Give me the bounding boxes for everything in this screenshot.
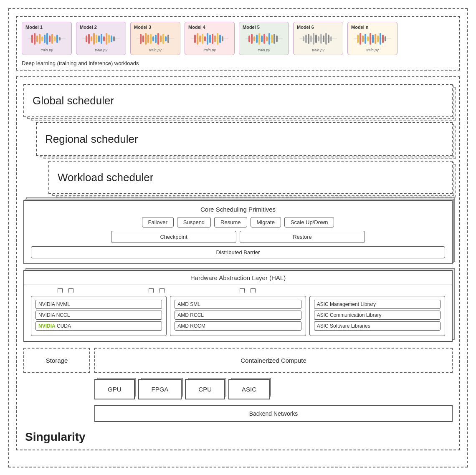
svg-rect-5 [41, 36, 43, 41]
svg-rect-57 [258, 33, 260, 45]
model-1-waveform [28, 31, 66, 46]
hal-connectors-row [24, 285, 452, 293]
storage-box: Storage [23, 348, 90, 373]
svg-rect-40 [194, 35, 196, 43]
model-5-waveform [245, 31, 283, 46]
svg-rect-8 [49, 35, 51, 42]
outer-container: Model 1 train.py [8, 8, 468, 467]
svg-rect-85 [372, 35, 374, 43]
svg-rect-83 [367, 36, 369, 41]
svg-rect-35 [160, 35, 162, 42]
svg-rect-73 [320, 34, 322, 44]
model-5-script: train.py [258, 48, 270, 52]
svg-rect-77 [330, 36, 332, 41]
svg-rect-62 [271, 35, 273, 43]
svg-rect-12 [59, 37, 61, 40]
svg-rect-44 [204, 36, 206, 41]
svg-rect-61 [268, 33, 270, 45]
checkpoint-box: Checkpoint [111, 231, 236, 243]
asic-sw: ASIC Software Libraries [314, 321, 441, 331]
model-2-script: train.py [95, 48, 107, 52]
svg-rect-22 [106, 33, 107, 45]
svg-rect-48 [214, 35, 216, 42]
svg-rect-1 [31, 35, 33, 43]
svg-rect-56 [256, 35, 258, 43]
model-4-card: Model 4 train.py [185, 22, 235, 55]
model-6-script: train.py [312, 48, 324, 52]
svg-rect-68 [308, 34, 309, 44]
storage-compute-row: Storage Containerized Compute [23, 348, 453, 373]
cpu-box: CPU [185, 379, 225, 399]
svg-rect-67 [305, 35, 307, 43]
hal-connector-1 [58, 288, 63, 293]
hal-connectors-left [58, 288, 73, 293]
workloads-label: Deep learning (training and inference) w… [22, 60, 454, 66]
svg-rect-24 [111, 35, 112, 42]
svg-rect-82 [365, 34, 366, 44]
model-2-card: Model 2 train.py [76, 22, 126, 55]
svg-rect-36 [162, 34, 164, 44]
nvidia-nccl: NVIDIA NCCL [35, 311, 162, 320]
hal-connector-6 [251, 288, 256, 293]
model-4-script: train.py [203, 48, 216, 52]
workload-scheduler-label: Workload scheduler [58, 171, 153, 184]
svg-rect-50 [219, 35, 221, 43]
svg-rect-43 [202, 34, 203, 44]
svg-rect-84 [370, 33, 371, 45]
global-scheduler-label: Global scheduler [33, 94, 114, 107]
restore-box: Restore [240, 231, 365, 243]
svg-rect-41 [197, 33, 198, 45]
hal-connector-4 [160, 288, 165, 293]
svg-rect-53 [248, 35, 250, 42]
svg-rect-88 [380, 33, 381, 45]
svg-rect-11 [56, 35, 58, 43]
svg-rect-63 [273, 34, 275, 44]
svg-rect-60 [266, 36, 268, 41]
migrate-btn: Migrate [251, 217, 281, 227]
svg-rect-2 [34, 33, 35, 45]
svg-rect-90 [385, 36, 386, 41]
nvidia-highlight: NVIDIA [38, 323, 56, 329]
svg-rect-21 [103, 36, 105, 41]
hal-libraries: NVIDIA NVML NVIDIA NCCL NVIDIA CUDA AMD … [24, 293, 452, 341]
svg-rect-59 [263, 34, 265, 44]
model-n-script: train.py [366, 48, 379, 52]
suspend-btn: Suspend [177, 217, 211, 227]
regional-scheduler-label: Regional scheduler [45, 133, 138, 146]
nvidia-lib-box: NVIDIA NVML NVIDIA NCCL NVIDIA CUDA [31, 296, 167, 336]
workload-scheduler-group: Workload scheduler [48, 161, 453, 194]
regional-scheduler-group: Regional scheduler [36, 122, 453, 156]
svg-rect-47 [212, 34, 213, 44]
model-3-waveform [137, 31, 174, 46]
asic-mgmt: ASIC Management Library [314, 300, 441, 309]
model-n-title: Model n [351, 25, 369, 30]
svg-rect-45 [207, 33, 208, 45]
model-3-script: train.py [149, 48, 162, 52]
svg-rect-87 [377, 35, 379, 42]
nvidia-cuda: NVIDIA CUDA [35, 321, 162, 331]
model-6-waveform [299, 31, 337, 46]
model-5-title: Model 5 [243, 25, 260, 30]
model-2-waveform [82, 31, 120, 46]
regional-sched-main: Regional scheduler [36, 122, 453, 156]
svg-rect-49 [217, 33, 218, 45]
amd-sml: AMD SML [175, 300, 301, 309]
hardware-row: GPU FPGA CPU ASIC [23, 379, 453, 399]
asic-comm: ASIC Communication Library [314, 311, 441, 320]
svg-rect-37 [165, 36, 167, 41]
model-1-title: Model 1 [25, 25, 43, 30]
svg-rect-38 [167, 35, 169, 43]
svg-rect-27 [140, 34, 142, 44]
svg-rect-89 [382, 35, 384, 43]
singularity-label: Singularity [25, 430, 86, 444]
svg-rect-28 [142, 35, 144, 42]
core-scheduling-wrapper: Core Scheduling Primitives Failover Susp… [23, 200, 453, 264]
hal-title: Hardware Abstraction Layer (HAL) [24, 271, 452, 285]
svg-rect-17 [93, 33, 95, 45]
svg-rect-70 [313, 33, 314, 45]
amd-lib-box: AMD SML AMD RCCL AMD ROCM [170, 296, 306, 336]
model-1-script: train.py [41, 48, 53, 52]
amd-rccl: AMD RCCL [175, 311, 301, 320]
checkpoint-restore-row: Checkpoint Restore [31, 231, 445, 243]
compute-box: Containerized Compute [94, 348, 453, 373]
